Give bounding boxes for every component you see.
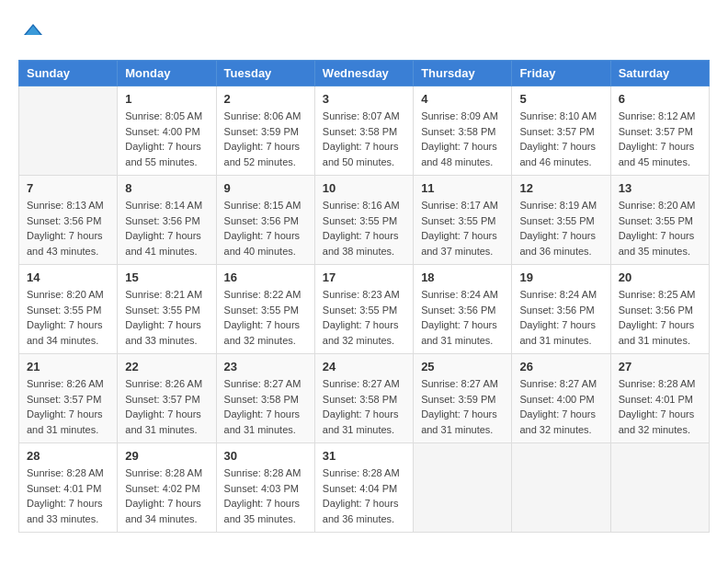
calendar-table: SundayMondayTuesdayWednesdayThursdayFrid… [18,60,710,533]
calendar-cell: 3Sunrise: 8:07 AMSunset: 3:58 PMDaylight… [314,86,413,176]
day-number: 23 [224,360,307,373]
day-info: Sunrise: 8:09 AMSunset: 3:58 PMDaylight:… [421,109,504,169]
day-number: 15 [125,270,208,284]
day-info: Sunrise: 8:21 AMSunset: 3:55 PMDaylight:… [125,287,208,348]
weekday-header-friday: Friday [512,61,610,86]
day-number: 8 [125,181,208,195]
calendar-cell: 1Sunrise: 8:05 AMSunset: 4:00 PMDaylight… [118,86,216,176]
day-number: 2 [224,92,307,106]
day-info: Sunrise: 8:23 AMSunset: 3:55 PMDaylight:… [323,287,405,348]
day-number: 28 [27,449,109,463]
calendar-cell: 17Sunrise: 8:23 AMSunset: 3:55 PMDayligh… [314,265,413,354]
day-info: Sunrise: 8:12 AMSunset: 3:57 PMDaylight:… [619,109,701,169]
day-info: Sunrise: 8:28 AMSunset: 4:02 PMDaylight:… [125,465,208,526]
calendar-cell: 29Sunrise: 8:28 AMSunset: 4:02 PMDayligh… [118,443,216,533]
day-info: Sunrise: 8:27 AMSunset: 3:59 PMDaylight:… [421,376,504,437]
day-number: 19 [519,270,602,284]
weekday-header-saturday: Saturday [610,61,709,86]
weekday-header-monday: Monday [118,61,216,86]
day-info: Sunrise: 8:16 AMSunset: 3:55 PMDaylight:… [323,198,405,259]
calendar-cell: 27Sunrise: 8:28 AMSunset: 4:01 PMDayligh… [610,354,709,443]
calendar-cell: 9Sunrise: 8:15 AMSunset: 3:56 PMDaylight… [216,176,314,265]
day-info: Sunrise: 8:28 AMSunset: 4:04 PMDaylight:… [323,465,405,526]
day-number: 22 [125,360,208,373]
day-number: 24 [323,360,405,373]
day-number: 21 [27,360,109,373]
day-info: Sunrise: 8:25 AMSunset: 3:56 PMDaylight:… [619,287,701,348]
calendar-cell: 10Sunrise: 8:16 AMSunset: 3:55 PMDayligh… [314,176,413,265]
calendar-cell: 26Sunrise: 8:27 AMSunset: 4:00 PMDayligh… [512,354,610,443]
calendar-cell: 6Sunrise: 8:12 AMSunset: 3:57 PMDaylight… [610,86,709,176]
day-info: Sunrise: 8:06 AMSunset: 3:59 PMDaylight:… [224,109,307,169]
day-number: 20 [619,270,701,284]
calendar-cell: 15Sunrise: 8:21 AMSunset: 3:55 PMDayligh… [118,265,216,354]
calendar-week-1: 1Sunrise: 8:05 AMSunset: 4:00 PMDaylight… [19,86,710,176]
day-number: 27 [619,360,701,373]
day-number: 18 [421,270,504,284]
day-number: 9 [224,181,307,195]
day-info: Sunrise: 8:22 AMSunset: 3:55 PMDaylight:… [224,287,307,348]
calendar-cell: 12Sunrise: 8:19 AMSunset: 3:55 PMDayligh… [512,176,610,265]
day-info: Sunrise: 8:19 AMSunset: 3:55 PMDaylight:… [519,198,602,259]
day-info: Sunrise: 8:05 AMSunset: 4:00 PMDaylight:… [125,109,208,169]
day-info: Sunrise: 8:28 AMSunset: 4:01 PMDaylight:… [619,376,701,437]
calendar-cell [512,443,610,533]
calendar-cell: 2Sunrise: 8:06 AMSunset: 3:59 PMDaylight… [216,86,314,176]
page-header [18,18,710,45]
day-info: Sunrise: 8:15 AMSunset: 3:56 PMDaylight:… [224,198,307,259]
day-number: 12 [519,181,602,195]
day-number: 30 [224,449,307,463]
calendar-cell: 31Sunrise: 8:28 AMSunset: 4:04 PMDayligh… [314,443,413,533]
day-info: Sunrise: 8:27 AMSunset: 3:58 PMDaylight:… [224,376,307,437]
day-number: 3 [323,92,405,106]
day-number: 1 [125,92,208,106]
day-number: 4 [421,92,504,106]
logo [18,18,42,45]
calendar-cell: 4Sunrise: 8:09 AMSunset: 3:58 PMDaylight… [414,86,512,176]
calendar-cell: 25Sunrise: 8:27 AMSunset: 3:59 PMDayligh… [414,354,512,443]
weekday-header-wednesday: Wednesday [314,61,413,86]
day-info: Sunrise: 8:13 AMSunset: 3:56 PMDaylight:… [27,198,109,259]
day-info: Sunrise: 8:28 AMSunset: 4:03 PMDaylight:… [224,465,307,526]
calendar-cell: 23Sunrise: 8:27 AMSunset: 3:58 PMDayligh… [216,354,314,443]
calendar-week-3: 14Sunrise: 8:20 AMSunset: 3:55 PMDayligh… [19,265,710,354]
calendar-cell [19,86,118,176]
day-number: 10 [323,181,405,195]
day-info: Sunrise: 8:14 AMSunset: 3:56 PMDaylight:… [125,198,208,259]
calendar-cell: 5Sunrise: 8:10 AMSunset: 3:57 PMDaylight… [512,86,610,176]
calendar-cell: 8Sunrise: 8:14 AMSunset: 3:56 PMDaylight… [118,176,216,265]
calendar-cell: 14Sunrise: 8:20 AMSunset: 3:55 PMDayligh… [19,265,118,354]
weekday-header-tuesday: Tuesday [216,61,314,86]
day-info: Sunrise: 8:27 AMSunset: 3:58 PMDaylight:… [323,376,405,437]
day-number: 5 [519,92,602,106]
calendar-cell: 28Sunrise: 8:28 AMSunset: 4:01 PMDayligh… [19,443,118,533]
day-number: 31 [323,449,405,463]
day-info: Sunrise: 8:24 AMSunset: 3:56 PMDaylight:… [421,287,504,348]
calendar-cell: 21Sunrise: 8:26 AMSunset: 3:57 PMDayligh… [19,354,118,443]
calendar-cell: 13Sunrise: 8:20 AMSunset: 3:55 PMDayligh… [610,176,709,265]
calendar-cell: 16Sunrise: 8:22 AMSunset: 3:55 PMDayligh… [216,265,314,354]
logo-icon [20,18,42,40]
calendar-cell: 24Sunrise: 8:27 AMSunset: 3:58 PMDayligh… [314,354,413,443]
day-number: 26 [519,360,602,373]
day-number: 14 [27,270,109,284]
calendar-cell: 30Sunrise: 8:28 AMSunset: 4:03 PMDayligh… [216,443,314,533]
day-info: Sunrise: 8:26 AMSunset: 3:57 PMDaylight:… [27,376,109,437]
day-info: Sunrise: 8:24 AMSunset: 3:56 PMDaylight:… [519,287,602,348]
calendar-cell [414,443,512,533]
day-number: 25 [421,360,504,373]
day-number: 7 [27,181,109,195]
day-info: Sunrise: 8:26 AMSunset: 3:57 PMDaylight:… [125,376,208,437]
day-info: Sunrise: 8:07 AMSunset: 3:58 PMDaylight:… [323,109,405,169]
day-number: 29 [125,449,208,463]
calendar-cell: 20Sunrise: 8:25 AMSunset: 3:56 PMDayligh… [610,265,709,354]
calendar-cell: 18Sunrise: 8:24 AMSunset: 3:56 PMDayligh… [414,265,512,354]
calendar-header-row: SundayMondayTuesdayWednesdayThursdayFrid… [19,61,710,86]
day-number: 13 [619,181,701,195]
day-info: Sunrise: 8:20 AMSunset: 3:55 PMDaylight:… [27,287,109,348]
weekday-header-thursday: Thursday [414,61,512,86]
day-number: 16 [224,270,307,284]
calendar-week-2: 7Sunrise: 8:13 AMSunset: 3:56 PMDaylight… [19,176,710,265]
weekday-header-sunday: Sunday [19,61,118,86]
day-number: 11 [421,181,504,195]
